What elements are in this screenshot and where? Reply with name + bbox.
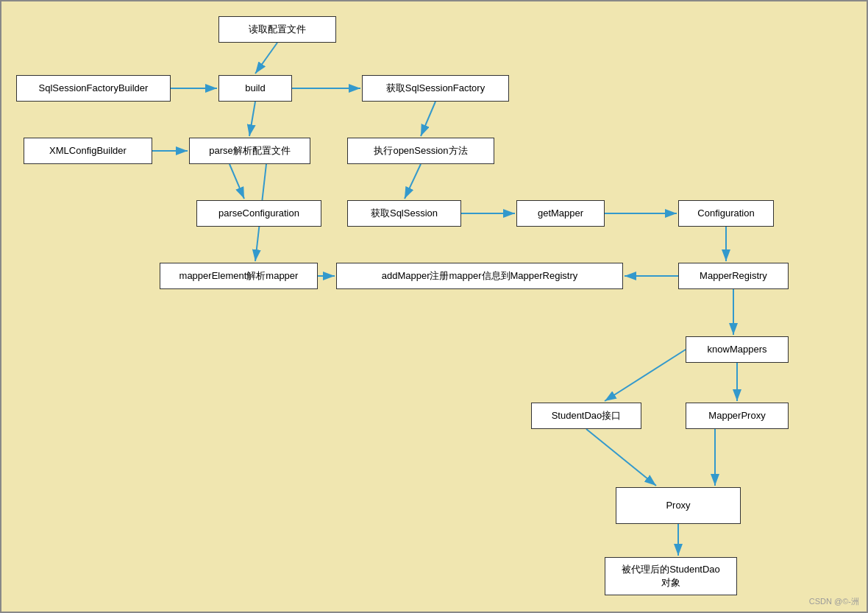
- node-studentDaoInterface: StudentDao接口: [531, 403, 641, 429]
- node-sqlSessionFactoryBuilder: SqlSessionFactoryBuilder: [16, 75, 171, 102]
- node-execOpenSession: 执行openSession方法: [347, 138, 494, 164]
- node-mapperProxy: MapperProxy: [686, 403, 789, 429]
- node-getSqlSessionFactory: 获取SqlSessionFactory: [362, 75, 509, 102]
- svg-line-1: [255, 43, 277, 74]
- diagram-container: 读取配置文件buildSqlSessionFactoryBuilder获取Sql…: [0, 0, 868, 613]
- svg-line-4: [421, 102, 435, 136]
- node-proxiedStudentDao: 被代理后的StudentDao 对象: [605, 557, 737, 595]
- node-proxy: Proxy: [616, 487, 741, 524]
- svg-line-5: [249, 102, 255, 136]
- svg-line-9: [405, 164, 421, 199]
- node-getSqlSession: 获取SqlSession: [347, 200, 461, 227]
- node-configuration: Configuration: [678, 200, 774, 227]
- node-parseConfig: parse解析配置文件: [189, 138, 310, 164]
- node-mapperRegistry: MapperRegistry: [678, 263, 789, 289]
- svg-line-16: [605, 350, 686, 401]
- node-getMapper: getMapper: [516, 200, 605, 227]
- node-build: build: [218, 75, 292, 102]
- node-readConfig: 读取配置文件: [218, 16, 336, 43]
- node-knowMappers: knowMappers: [686, 336, 789, 363]
- node-xmlConfigBuilder: XMLConfigBuilder: [24, 138, 152, 164]
- svg-line-7: [230, 164, 244, 199]
- node-parseConfiguration: parseConfiguration: [196, 200, 321, 227]
- watermark: CSDN @©-洲: [809, 596, 859, 607]
- node-addMapper: addMapper注册mapper信息到MapperRegistry: [336, 263, 623, 289]
- node-mapperElement: mapperElement解析mapper: [160, 263, 318, 289]
- svg-line-18: [586, 429, 656, 486]
